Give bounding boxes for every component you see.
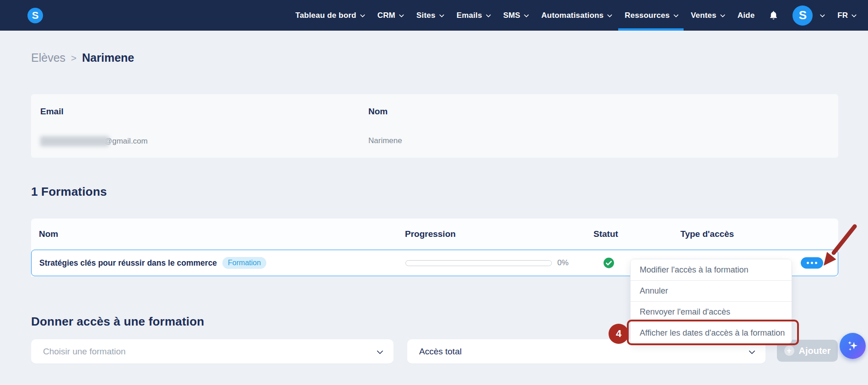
nav-label: Ressources (625, 11, 669, 20)
nav-item-emails[interactable]: Emails (457, 0, 490, 31)
chevron-down-icon (524, 12, 529, 17)
email-value: @gmail.com (40, 136, 148, 146)
nav-item-aide[interactable]: Aide (738, 0, 755, 31)
user-avatar: S (793, 5, 813, 26)
main-nav: Tableau de bord CRM Sites Emails SMS Aut… (296, 0, 855, 31)
ellipsis-icon (815, 262, 817, 264)
formation-name: Stratégies clés pour réussir dans le com… (39, 258, 217, 268)
breadcrumb-separator: > (71, 53, 76, 64)
chevron-down-icon (673, 12, 678, 17)
breadcrumb-parent[interactable]: Elèves (31, 51, 65, 64)
column-header-statut: Statut (593, 229, 618, 239)
breadcrumb: Elèves > Narimene (31, 51, 134, 64)
sparkles-icon (845, 338, 861, 354)
top-navbar: S Tableau de bord CRM Sites Emails SMS A… (0, 0, 868, 31)
nav-label: Emails (457, 11, 482, 20)
assistant-fab-button[interactable] (840, 333, 866, 359)
nav-item-sms[interactable]: SMS (503, 0, 528, 31)
nav-item-tableau-de-bord[interactable]: Tableau de bord (296, 0, 364, 31)
row-actions-button[interactable] (801, 257, 823, 269)
menu-item-modifier-acces[interactable]: Modifier l'accès à la formation (631, 259, 792, 280)
nav-item-automatisations[interactable]: Automatisations (541, 0, 611, 31)
progress-percent-label: 0% (557, 258, 569, 267)
language-selector[interactable]: FR (837, 11, 855, 20)
column-header-progression: Progression (405, 229, 456, 239)
email-label: Email (40, 107, 64, 117)
chevron-down-icon (373, 348, 382, 356)
menu-item-afficher-dates-acces[interactable]: Afficher les dates d'accès à la formatio… (631, 322, 792, 343)
menu-item-annuler[interactable]: Annuler (631, 280, 792, 301)
nav-item-sites[interactable]: Sites (416, 0, 443, 31)
nav-item-ventes[interactable]: Ventes (691, 0, 724, 31)
status-cell (603, 257, 615, 269)
table-header-row: Nom Progression Statut Type d'accès (31, 219, 838, 250)
nav-label: Automatisations (541, 11, 604, 20)
chevron-down-icon (360, 12, 365, 17)
formation-select-placeholder: Choisir une formation (43, 347, 126, 357)
formation-type-badge: Formation (222, 257, 266, 269)
nav-label: CRM (377, 11, 395, 20)
plus-icon: + (784, 346, 794, 356)
brand-logo[interactable]: S (27, 8, 43, 23)
row-actions-cell (801, 257, 823, 269)
progress-bar (405, 260, 552, 266)
chevron-down-icon (720, 12, 725, 17)
access-type-select-value: Accès total (419, 347, 462, 357)
chevron-down-icon (745, 348, 754, 356)
column-header-type-acces: Type d'accès (680, 229, 734, 239)
nav-item-ressources[interactable]: Ressources (625, 0, 677, 31)
breadcrumb-current: Narimene (82, 51, 134, 64)
row-actions-menu: Modifier l'accès à la formation Annuler … (631, 259, 792, 343)
locale-label: FR (837, 11, 848, 20)
nav-label: SMS (503, 11, 520, 20)
chevron-down-icon (399, 12, 404, 17)
add-button-label: Ajouter (799, 346, 831, 356)
student-info-card: Email @gmail.com Nom Narimene (31, 94, 838, 158)
redacted-email-blur (40, 136, 109, 146)
chevron-down-icon (439, 12, 444, 17)
annotation-step-badge: 4 (609, 324, 629, 344)
formation-select[interactable]: Choisir une formation (31, 339, 394, 364)
notifications-button[interactable] (768, 10, 779, 21)
account-menu[interactable]: S (793, 5, 824, 26)
nav-item-crm[interactable]: CRM (377, 0, 403, 31)
ellipsis-icon (807, 262, 809, 264)
formation-name-cell: Stratégies clés pour réussir dans le com… (39, 257, 266, 269)
status-check-icon (603, 257, 615, 269)
nav-label: Aide (738, 11, 755, 20)
nav-label: Sites (416, 11, 436, 20)
nav-label: Tableau de bord (296, 11, 356, 20)
column-header-nom: Nom (39, 229, 58, 239)
name-label: Nom (368, 107, 388, 117)
bell-icon (768, 10, 779, 21)
email-domain-text: @gmail.com (104, 137, 148, 146)
nav-label: Ventes (691, 11, 717, 20)
ellipsis-icon (811, 262, 813, 264)
progression-cell: 0% (405, 258, 569, 267)
chevron-down-icon (607, 12, 612, 17)
menu-item-renvoyer-email[interactable]: Renvoyer l'email d'accès (631, 301, 792, 322)
chevron-down-icon (852, 12, 857, 17)
chevron-down-icon (485, 12, 491, 17)
give-access-title: Donner accès à une formation (31, 315, 204, 329)
formations-count-title: 1 Formations (31, 185, 107, 199)
name-value: Narimene (368, 136, 402, 145)
chevron-down-icon (820, 12, 825, 17)
